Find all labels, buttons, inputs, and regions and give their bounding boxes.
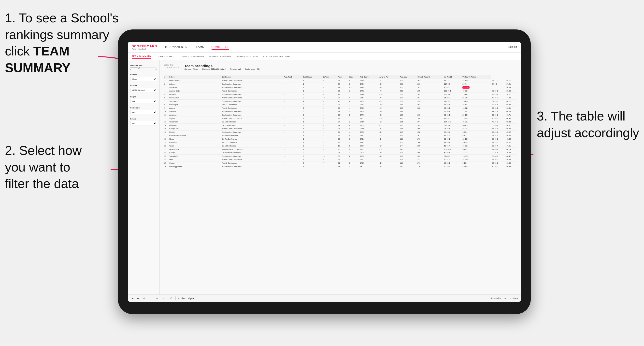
cell-3: - xyxy=(283,96,302,100)
cell-1: California xyxy=(168,141,221,144)
cell-5: 5 xyxy=(322,86,337,89)
cell-12: 92-40-3 xyxy=(443,155,462,158)
cell-9: -3.8 xyxy=(379,86,399,89)
cell-2: Southeastern Conference xyxy=(221,110,283,113)
cell-10: 1.30 xyxy=(399,155,417,158)
cell-10: 2.88 xyxy=(399,82,417,86)
toolbar-copy[interactable]: ⊞ xyxy=(155,297,159,300)
cell-1: Florida xyxy=(168,131,221,134)
cell-8: 278.2 xyxy=(359,141,379,144)
toolbar-back[interactable]: ◀ xyxy=(131,297,134,300)
table-row: 14OklahomaBig 12 Conference-28242276.9-3… xyxy=(164,124,517,127)
sign-out-button[interactable]: Sign out xyxy=(508,46,517,48)
cell-8: 277.7 xyxy=(359,134,379,137)
subnav-player-h2h-heatmap[interactable]: PLAYER H2H HEATMAP xyxy=(263,54,290,59)
cell-0: 1 xyxy=(164,79,168,82)
toolbar-refresh[interactable]: ↺ xyxy=(142,297,146,300)
content-header: Update time: 27/03/2024 16:56:26 Team St… xyxy=(164,64,517,73)
cell-15: 80.58 xyxy=(506,86,517,89)
cell-5: 8 xyxy=(322,134,337,137)
division-select[interactable]: NCAA Division I NCAA Division II NCAA Di… xyxy=(130,88,157,92)
cell-11: 217 xyxy=(417,110,443,113)
cell-5: 8 xyxy=(322,110,337,113)
gender-filter: Gender: Men's xyxy=(184,68,198,70)
table-row: 25OregonPac-12 Conference-57210279.5-1.1… xyxy=(164,162,517,165)
minimum-rou-slider[interactable]: 4 30 xyxy=(130,67,157,70)
cell-3: - xyxy=(283,100,302,103)
cell-14: 27-17-1 xyxy=(492,137,506,141)
cell-1: Washington xyxy=(168,103,221,107)
cell-12: 72-30-1 xyxy=(443,110,462,113)
gender-select[interactable]: Men's Women's xyxy=(130,77,157,81)
cell-9: -5.1 xyxy=(379,134,399,137)
cell-10: 1.28 xyxy=(399,137,417,141)
cell-14: 63-17-0 xyxy=(492,79,506,82)
watch-dropdown-icon: ▾ xyxy=(500,297,502,300)
toolbar-forward[interactable]: ▶ xyxy=(136,297,140,300)
cell-6: 26 xyxy=(337,89,349,93)
cell-10: 1.98 xyxy=(399,103,417,107)
region-select[interactable]: N/A All xyxy=(130,99,157,103)
cell-8: 279.9 xyxy=(359,100,379,103)
view-original-button[interactable]: ⊙ View: Original xyxy=(178,297,194,300)
table-row: 6Florida StateAtlantic Coast Conference-… xyxy=(164,96,517,100)
cell-4: 3 xyxy=(302,93,322,96)
cell-4: 1 xyxy=(302,148,322,151)
cell-10: 2.77 xyxy=(399,86,417,89)
cell-10: 2.70 xyxy=(399,79,417,82)
cell-0: 24 xyxy=(164,158,168,162)
cell-13: 14-21-0 xyxy=(462,107,491,110)
cell-0: 17 xyxy=(164,134,168,137)
subnav-team-h2h-grid[interactable]: TEAM H2H GRID xyxy=(156,54,175,59)
cell-3: - xyxy=(283,155,302,158)
cell-8: 273.6 xyxy=(359,82,379,86)
cell-12: 83-25-1 xyxy=(443,141,462,144)
cell-11: 271 xyxy=(417,162,443,165)
cell-2: Mountain West Conference xyxy=(221,148,283,151)
cell-9: -6.0 xyxy=(379,103,399,107)
cell-12: 59-39-1 xyxy=(443,151,462,155)
cell-9: -2.9 xyxy=(379,131,399,134)
subnav-team-summary[interactable]: TEAM SUMMARY xyxy=(132,54,151,59)
school-select[interactable]: (All) xyxy=(130,121,157,125)
subnav-team-h2h-heatmap[interactable]: TEAM H2H HEATMAP xyxy=(180,54,204,59)
cell-12: 76-26-1 xyxy=(443,127,462,131)
cell-14: 79-25-1 xyxy=(492,89,506,93)
toolbar-grid-icon[interactable]: ⊞ xyxy=(504,297,506,300)
share-button[interactable]: ↗ Share xyxy=(509,297,518,300)
watch-button[interactable]: 👁 Watch ▾ xyxy=(490,297,502,300)
cell-7: 1 xyxy=(348,117,359,120)
cell-3: - xyxy=(283,107,302,110)
table-row: 18IllinoisBig Ten Conference-19231279.1-… xyxy=(164,137,517,141)
subnav-player-h2h-grid[interactable]: PLAYER H2H GRID xyxy=(236,54,258,59)
cell-13: 88-6-0 xyxy=(462,86,491,89)
cell-15: 55.47 xyxy=(506,127,517,131)
cell-5: 7 xyxy=(322,144,337,148)
toolbar-home[interactable]: ⌂ xyxy=(148,297,151,300)
conference-select[interactable]: (All) xyxy=(130,110,157,114)
cell-10: 1.85 xyxy=(399,124,417,127)
cell-11: 264 xyxy=(417,96,443,100)
cell-12: 90-31-2 xyxy=(443,158,462,162)
cell-14: 33-44-3 xyxy=(492,155,506,158)
cell-13: 18-23-0 xyxy=(462,158,491,162)
toolbar-share-icon[interactable]: ↗ xyxy=(161,297,165,300)
cell-2: Pac-12 Conference xyxy=(221,89,283,93)
cell-15: 78.27 xyxy=(506,93,517,96)
conference-label: Conference xyxy=(130,107,157,109)
cell-4: 1 xyxy=(302,89,322,93)
nav-teams[interactable]: TEAMS xyxy=(194,44,204,50)
nav-committee[interactable]: COMMITTEE xyxy=(212,44,229,50)
nav-tournaments[interactable]: TOURNAMENTS xyxy=(164,44,187,50)
subnav: TEAM SUMMARY TEAM H2H GRID TEAM H2H HEAT… xyxy=(128,52,521,60)
subnav-player-summary[interactable]: PLAYER SUMMARY xyxy=(209,54,232,59)
cell-0: 23 xyxy=(164,155,168,158)
toolbar-clock[interactable]: ⏱ xyxy=(169,297,174,300)
cell-6: 23 xyxy=(337,110,349,113)
tablet-screen: SCOREBOARD Powered by clippd TOURNAMENTS… xyxy=(128,42,521,302)
cell-5: 9 xyxy=(322,79,337,82)
cell-6: 21 xyxy=(337,162,349,165)
cell-12: 63-15-1 xyxy=(443,93,462,96)
minimum-rou-section: Minimum Rou... 4 30 xyxy=(130,64,157,70)
cell-1: Texas xyxy=(168,144,221,148)
